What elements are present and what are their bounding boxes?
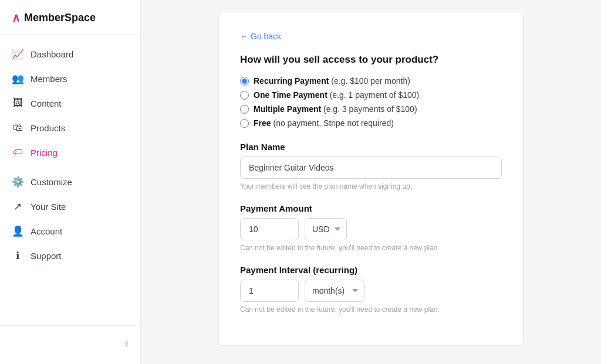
- interval-unit-select[interactable]: day(s) week(s) month(s) year(s): [305, 280, 364, 302]
- your-site-icon: ↗: [12, 200, 23, 212]
- sidebar-item-members[interactable]: 👥 Members: [0, 66, 140, 91]
- option-multiple-label: Multiple Payment: [254, 104, 321, 114]
- option-free[interactable]: Free (no payment, Stripe not required): [240, 118, 502, 128]
- payment-amount-section: Payment Amount USD EUR GBP CAD AUD Can n…: [240, 203, 502, 252]
- option-one-time[interactable]: One Time Payment (e.g. 1 payment of $100…: [240, 90, 502, 100]
- plan-name-section: Plan Name Your members will see the plan…: [240, 142, 502, 190]
- plan-name-label: Plan Name: [240, 142, 502, 152]
- payment-interval-section: Payment Interval (recurring) day(s) week…: [240, 265, 502, 314]
- amount-row: USD EUR GBP CAD AUD: [240, 218, 502, 240]
- plan-name-input[interactable]: [240, 157, 502, 179]
- option-free-label: Free: [254, 118, 271, 128]
- dashboard-icon: 📈: [12, 48, 23, 60]
- main-content: ← Go back How will you sell access to yo…: [141, 0, 601, 364]
- option-recurring[interactable]: Recurring Payment (e.g. $100 per month): [240, 76, 502, 86]
- sidebar-item-products[interactable]: 🛍 Products: [0, 115, 140, 140]
- option-free-desc: (no payment, Stripe not required): [273, 118, 393, 128]
- content-icon: 🖼: [12, 97, 23, 109]
- logo-icon: ∧: [12, 11, 21, 25]
- interval-input[interactable]: [240, 280, 299, 302]
- sidebar-item-account[interactable]: 👤 Account: [0, 219, 140, 243]
- option-multiple-desc: (e.g. 3 payments of $100): [323, 104, 417, 114]
- sidebar-item-your-site[interactable]: ↗ Your Site: [0, 194, 140, 219]
- go-back-link[interactable]: ← Go back: [240, 32, 281, 41]
- sidebar-item-label: Customize: [31, 177, 72, 187]
- sidebar-item-label: Pricing: [31, 148, 58, 158]
- option-one-time-label: One Time Payment: [254, 90, 327, 100]
- sidebar-item-label: Products: [31, 123, 65, 133]
- collapse-section: ‹: [0, 331, 140, 355]
- sidebar-footer: ‹: [0, 325, 140, 364]
- interval-label: Payment Interval (recurring): [240, 265, 502, 275]
- option-multiple[interactable]: Multiple Payment (e.g. 3 payments of $10…: [240, 104, 502, 114]
- option-free-radio[interactable]: [240, 119, 249, 128]
- sidebar: ∧ MemberSpace 📈 Dashboard 👥 Members 🖼 Co…: [0, 0, 141, 364]
- sidebar-item-label: Your Site: [31, 202, 66, 212]
- interval-hint: Can not be edited in the future, you'll …: [240, 305, 502, 314]
- sidebar-item-dashboard[interactable]: 📈 Dashboard: [0, 42, 140, 66]
- content-card: ← Go back How will you sell access to yo…: [218, 12, 524, 346]
- brand-name: MemberSpace: [24, 12, 96, 24]
- payment-amount-input[interactable]: [240, 218, 299, 240]
- sidebar-item-content[interactable]: 🖼 Content: [0, 91, 140, 115]
- sidebar-item-label: Members: [31, 74, 67, 84]
- sidebar-item-support[interactable]: ℹ Support: [0, 243, 140, 268]
- members-icon: 👥: [12, 73, 23, 84]
- page-question: How will you sell access to your product…: [240, 54, 502, 66]
- sidebar-item-label: Support: [31, 251, 62, 261]
- option-recurring-radio[interactable]: [240, 77, 249, 86]
- option-recurring-label: Recurring Payment: [254, 76, 329, 86]
- sidebar-item-label: Dashboard: [31, 49, 73, 59]
- payment-options: Recurring Payment (e.g. $100 per month) …: [240, 76, 502, 128]
- support-icon: ℹ: [12, 250, 23, 261]
- currency-select[interactable]: USD EUR GBP CAD AUD: [305, 218, 347, 240]
- option-multiple-radio[interactable]: [240, 105, 249, 114]
- payment-amount-hint: Can not be edited in the future, you'll …: [240, 244, 502, 252]
- interval-row: day(s) week(s) month(s) year(s): [240, 280, 502, 302]
- customize-icon: ⚙️: [12, 176, 23, 188]
- collapse-button[interactable]: ‹: [123, 335, 131, 352]
- payment-amount-label: Payment Amount: [240, 203, 502, 213]
- option-recurring-desc: (e.g. $100 per month): [331, 76, 410, 86]
- products-icon: 🛍: [12, 122, 23, 134]
- account-icon: 👤: [12, 225, 23, 237]
- sidebar-item-label: Account: [31, 226, 62, 236]
- plan-name-hint: Your members will see the plan name when…: [240, 182, 502, 190]
- option-one-time-radio[interactable]: [240, 91, 249, 100]
- sidebar-item-label: Content: [31, 98, 62, 108]
- option-one-time-desc: (e.g. 1 payment of $100): [330, 90, 420, 100]
- pricing-icon: 🏷: [12, 147, 23, 158]
- brand-logo: ∧ MemberSpace: [0, 0, 140, 35]
- sidebar-item-customize[interactable]: ⚙️ Customize: [0, 169, 140, 194]
- sidebar-item-pricing[interactable]: 🏷 Pricing: [0, 140, 140, 165]
- sidebar-nav: 📈 Dashboard 👥 Members 🖼 Content 🛍 Produc…: [0, 35, 140, 325]
